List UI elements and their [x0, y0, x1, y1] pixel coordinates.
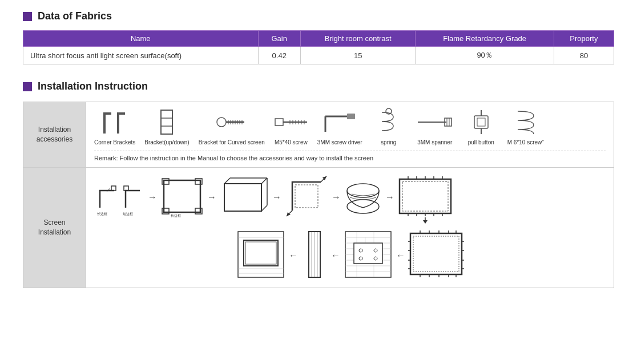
- m6-screw-icon: [513, 108, 538, 136]
- screen-install-content: 长边框 短边框 →: [86, 168, 614, 288]
- step6: [397, 173, 454, 221]
- svg-marker-68: [423, 220, 428, 224]
- svg-text:长边框: 长边框: [171, 214, 181, 217]
- accessories-remark: Remark: Follow the instruction in the Ma…: [94, 151, 606, 161]
- fabrics-section-header: Data of Fabrics: [23, 10, 614, 22]
- step7: [235, 229, 287, 282]
- cell-name: Ultra short focus anti light screen surf…: [23, 47, 259, 64]
- svg-text:短边框: 短边框: [123, 212, 133, 216]
- accessory-bracket-updown: Bracket(up/down): [144, 108, 189, 146]
- arrow-3: →: [272, 192, 281, 203]
- accessories-content: Corner Brackets Bracket(u: [86, 102, 614, 167]
- step8: [300, 229, 329, 282]
- svg-line-47: [261, 205, 267, 211]
- spanner-label: 3MM spanner: [417, 139, 452, 146]
- step4: [284, 173, 329, 221]
- arrow-6: ←: [289, 250, 298, 261]
- accessory-pull-button: pull button: [464, 108, 498, 146]
- m6-screw-label: M 6*10 screw": [507, 139, 544, 146]
- svg-rect-69: [238, 232, 284, 277]
- step10: [408, 229, 465, 282]
- svg-line-45: [261, 178, 267, 184]
- fabrics-icon: [23, 12, 32, 21]
- svg-rect-43: [224, 184, 261, 211]
- svg-rect-95: [410, 233, 462, 274]
- m5-screw-icon: [274, 108, 308, 136]
- arrow-1: →: [148, 192, 157, 203]
- screen-install-images: 长边框 短边框 →: [94, 173, 606, 282]
- svg-rect-56: [402, 181, 448, 211]
- svg-line-44: [224, 178, 230, 184]
- corner-brackets-label: Corner Brackets: [94, 139, 135, 146]
- spring-icon: [377, 108, 400, 136]
- accessory-screw-driver: 3MM screw driver: [317, 108, 362, 146]
- screw-driver-icon: [320, 108, 360, 136]
- arrow-4: →: [332, 192, 341, 203]
- cell-bright: 15: [300, 47, 415, 64]
- fabrics-title: Data of Fabrics: [38, 10, 112, 22]
- screen-install-label: ScreenInstallation: [23, 168, 86, 288]
- arrow-2: →: [207, 192, 216, 203]
- svg-rect-70: [244, 240, 278, 266]
- svg-rect-90: [354, 243, 382, 264]
- screen-row-top: 长边框 短边框 →: [94, 173, 606, 221]
- svg-rect-29: [477, 118, 485, 126]
- step2: 长边框: [159, 173, 205, 221]
- arrow-5: →: [385, 192, 394, 203]
- pull-button-icon: [470, 108, 493, 136]
- curved-bracket-label: Bracket for Curved screen: [199, 139, 265, 146]
- svg-rect-28: [474, 116, 488, 128]
- col-header-bright: Bright room contrast: [300, 31, 415, 47]
- svg-rect-37: [164, 180, 200, 212]
- svg-point-54: [347, 200, 379, 213]
- corner-brackets-icon: [100, 108, 130, 136]
- svg-text:长边框: 长边框: [97, 212, 107, 216]
- cell-gain: 0.42: [258, 47, 300, 64]
- installation-title: Installation Instruction: [38, 80, 148, 92]
- accessory-curved-bracket: Bracket for Curved screen: [199, 108, 265, 146]
- accessory-spanner: 3MM spanner: [415, 108, 455, 146]
- svg-rect-55: [400, 179, 451, 213]
- table-row: Ultra short focus anti light screen surf…: [23, 47, 614, 64]
- installation-section: Installation Instruction Installationacc…: [23, 80, 614, 288]
- step5: [343, 173, 383, 221]
- step9: [342, 229, 394, 282]
- svg-rect-12: [275, 119, 283, 126]
- col-header-gain: Gain: [258, 31, 300, 47]
- pull-button-label: pull button: [468, 139, 494, 146]
- curved-bracket-icon: [215, 108, 249, 136]
- svg-point-3: [217, 118, 226, 127]
- spring-label: spring: [381, 139, 396, 146]
- svg-rect-0: [161, 110, 172, 134]
- screen-install-row: ScreenInstallation: [23, 168, 614, 288]
- accessories-items: Corner Brackets Bracket(u: [94, 108, 606, 146]
- cell-flame: 90％: [416, 47, 554, 64]
- m5-screw-label: M5*40 screw: [275, 139, 308, 146]
- svg-rect-22: [347, 114, 355, 119]
- installation-container: Installationaccessories Corner Bracke: [23, 102, 614, 288]
- spanner-icon: [415, 108, 455, 136]
- screw-driver-label: 3MM screw driver: [317, 139, 362, 146]
- col-header-proporty: Proporty: [554, 31, 614, 47]
- svg-rect-71: [245, 242, 276, 264]
- step1: 长边框 短边框: [94, 173, 146, 221]
- accessory-spring: spring: [372, 108, 406, 146]
- col-header-name: Name: [23, 31, 259, 47]
- installation-header: Installation Instruction: [23, 80, 614, 92]
- installation-icon: [23, 82, 32, 91]
- arrow-7: ←: [331, 250, 340, 261]
- bracket-updown-icon: [156, 108, 177, 136]
- screen-row-bottom: ← ←: [94, 229, 606, 282]
- accessory-m6-screw: M 6*10 screw": [507, 108, 544, 146]
- bracket-updown-label: Bracket(up/down): [144, 139, 189, 146]
- accessory-corner-brackets: Corner Brackets: [94, 108, 135, 146]
- arrow-8: ←: [396, 250, 405, 261]
- accessory-m5-screw: M5*40 screw: [274, 108, 308, 146]
- fabrics-table: Name Gain Bright room contrast Flame Ret…: [23, 30, 614, 64]
- col-header-flame: Flame Retardancy Grade: [416, 31, 554, 47]
- accessories-row: Installationaccessories Corner Bracke: [23, 102, 614, 168]
- step3: [219, 173, 270, 221]
- svg-point-53: [347, 184, 379, 197]
- accessories-label: Installationaccessories: [23, 102, 86, 167]
- svg-rect-96: [413, 236, 459, 272]
